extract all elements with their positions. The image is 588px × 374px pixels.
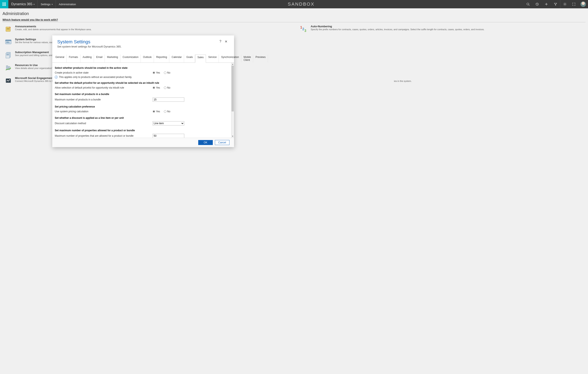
- section-title: Set whether the default pricelist for an…: [55, 81, 230, 84]
- setting-max-properties: Maximum number of properties that are al…: [55, 133, 230, 138]
- search-icon: [526, 2, 530, 6]
- setting-max-bundle-products: Maximum number of products in a bundle: [55, 97, 230, 102]
- svg-rect-3: [2, 4, 3, 5]
- ok-button[interactable]: OK: [198, 140, 213, 145]
- svg-line-17: [564, 3, 564, 3]
- svg-rect-0: [2, 2, 3, 3]
- setting-label: Use system pricing calculation: [55, 110, 153, 113]
- dialog-subtitle: Set system-level settings for Microsoft …: [57, 45, 218, 48]
- environment-badge: SANDBOX: [79, 0, 524, 8]
- scrollbar[interactable]: ▲ ▼: [231, 63, 234, 138]
- plus-icon: [545, 2, 548, 6]
- cancel-button[interactable]: Cancel: [215, 140, 230, 145]
- svg-rect-7: [4, 5, 5, 6]
- setting-label: Discount calculation method: [55, 122, 153, 125]
- svg-rect-2: [5, 2, 6, 3]
- app-launcher-button[interactable]: [0, 0, 8, 8]
- svg-rect-8: [5, 5, 6, 6]
- radio-yes[interactable]: Yes: [153, 110, 160, 113]
- tab-marketing[interactable]: Marketing: [105, 54, 120, 63]
- clock-icon: [536, 2, 539, 6]
- tab-general[interactable]: General: [53, 54, 67, 63]
- setting-label: Allow selection of default pricelist for…: [55, 86, 153, 89]
- administration-label: Administration: [59, 3, 76, 6]
- tab-outlook[interactable]: Outlook: [141, 54, 154, 63]
- settings-button[interactable]: [560, 0, 569, 8]
- info-text: This applies only to products without an…: [59, 76, 132, 79]
- radio-yes[interactable]: Yes: [153, 71, 160, 74]
- dialog-tabs: General Formats Auditing Email Marketing…: [52, 50, 234, 63]
- setting-default-pricelist: Allow selection of default pricelist for…: [55, 86, 230, 90]
- tab-service[interactable]: Service: [206, 54, 219, 63]
- tab-formats[interactable]: Formats: [67, 54, 80, 63]
- scroll-thumb[interactable]: [231, 66, 234, 111]
- svg-rect-6: [2, 5, 3, 6]
- discount-method-select[interactable]: Line item: [153, 121, 184, 125]
- radio-no[interactable]: No: [164, 110, 170, 113]
- section-title: Set pricing calculation preference: [55, 105, 230, 108]
- tab-email[interactable]: Email: [94, 54, 105, 63]
- scroll-down-icon[interactable]: ▼: [231, 135, 234, 138]
- recent-button[interactable]: [533, 0, 542, 8]
- funnel-icon: [554, 2, 557, 6]
- tab-synchronization[interactable]: Synchronization: [219, 54, 241, 63]
- max-bundle-products-input[interactable]: [153, 97, 184, 102]
- settings-crumb[interactable]: Settings ▾: [38, 0, 56, 8]
- fullscreen-button[interactable]: [569, 0, 578, 8]
- setting-label: Maximum number of products in a bundle: [55, 98, 153, 101]
- administration-crumb[interactable]: Administration: [56, 0, 79, 8]
- info-icon: i: [55, 76, 58, 79]
- section-title: Set maximum number of properties allowed…: [55, 129, 230, 132]
- setting-label: Maximum number of properties that are al…: [55, 134, 153, 137]
- tab-customization[interactable]: Customization: [120, 54, 141, 63]
- section-title: Select whether products should be create…: [55, 66, 230, 69]
- gear-icon: [563, 2, 567, 6]
- product-crumb[interactable]: Dynamics 365 ▾: [8, 0, 38, 8]
- settings-label: Settings: [41, 3, 50, 6]
- dialog-header: System Settings Set system-level setting…: [52, 35, 234, 50]
- radio-off-icon: [164, 72, 166, 74]
- radio-off-icon: [164, 110, 166, 113]
- section-title: Set whether a discount is applied as a l…: [55, 117, 230, 119]
- section-title: Set maximum number of products in a bund…: [55, 93, 230, 96]
- radio-yes[interactable]: Yes: [153, 86, 160, 89]
- radio-on-icon: [153, 110, 155, 113]
- waffle-icon: [2, 2, 6, 6]
- help-button[interactable]: ?: [218, 39, 223, 44]
- radio-no[interactable]: No: [164, 86, 170, 89]
- topbar-actions: [524, 0, 588, 8]
- product-label: Dynamics 365: [11, 2, 32, 6]
- svg-line-20: [566, 3, 566, 3]
- expand-icon: [572, 2, 576, 6]
- setting-create-products-active: Create products in active state Yes No: [55, 71, 230, 75]
- radio-on-icon: [153, 86, 155, 89]
- svg-rect-4: [4, 4, 5, 5]
- info-note: i This applies only to products without …: [55, 76, 230, 79]
- svg-rect-1: [4, 2, 5, 3]
- radio-off-icon: [164, 86, 166, 89]
- setting-label: Create products in active state: [55, 71, 153, 74]
- radio-no[interactable]: No: [164, 71, 170, 74]
- tab-goals[interactable]: Goals: [184, 54, 195, 63]
- tab-calendar[interactable]: Calendar: [169, 54, 184, 63]
- tab-auditing[interactable]: Auditing: [80, 54, 94, 63]
- system-settings-dialog: System Settings Set system-level setting…: [52, 35, 234, 147]
- tab-reporting[interactable]: Reporting: [154, 54, 169, 63]
- filter-button[interactable]: [551, 0, 560, 8]
- dialog-footer: OK Cancel: [52, 138, 234, 147]
- chevron-down-icon: ▾: [33, 3, 35, 5]
- svg-point-12: [564, 4, 565, 5]
- tab-sales[interactable]: Sales: [195, 54, 206, 63]
- svg-rect-5: [5, 4, 6, 5]
- svg-line-19: [564, 5, 564, 5]
- avatar[interactable]: [580, 1, 586, 7]
- tab-mobile-client[interactable]: Mobile Client: [241, 54, 253, 63]
- dialog-title: System Settings: [57, 39, 218, 45]
- tab-previews[interactable]: Previews: [253, 54, 268, 63]
- add-button[interactable]: [542, 0, 551, 8]
- max-properties-input[interactable]: [153, 134, 184, 138]
- svg-line-10: [529, 5, 529, 6]
- search-button[interactable]: [524, 0, 533, 8]
- scroll-up-icon[interactable]: ▲: [231, 63, 234, 66]
- close-button[interactable]: ✕: [223, 39, 229, 44]
